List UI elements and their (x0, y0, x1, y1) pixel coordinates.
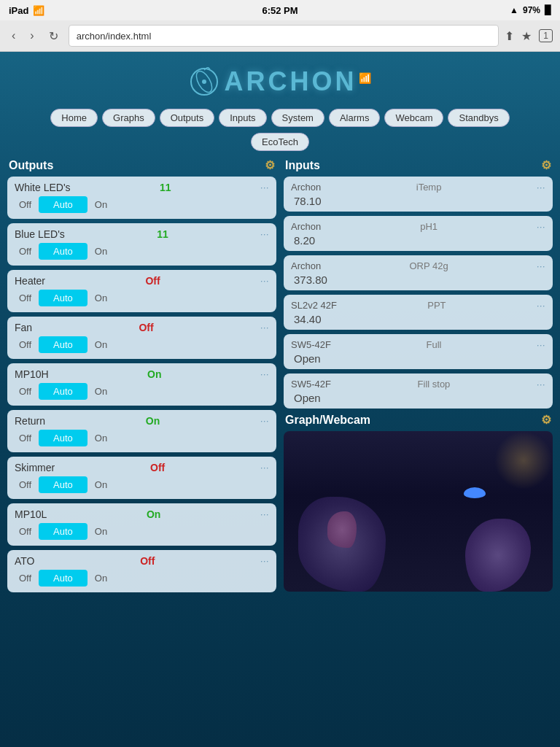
output-on-button[interactable]: On (90, 525, 112, 538)
svg-point-2 (202, 80, 206, 84)
nav-alarms[interactable]: Alarms (329, 109, 380, 127)
nav-inputs[interactable]: Inputs (219, 109, 266, 127)
input-value: 8.20 (291, 233, 545, 247)
output-on-button[interactable]: On (90, 291, 112, 305)
output-name: MP10H (15, 368, 49, 380)
input-source: Archon (291, 221, 321, 232)
output-on-button[interactable]: On (90, 571, 112, 585)
output-on-button[interactable]: On (90, 478, 112, 492)
output-off-button[interactable]: Off (15, 571, 36, 585)
slider-icon[interactable]: ⸱⸱⸱ (260, 274, 269, 287)
output-value: On (147, 508, 160, 520)
output-white-leds: White LED's 11 ⸱⸱⸱ Off Auto On (7, 177, 276, 219)
nav-graphs[interactable]: Graphs (102, 109, 155, 127)
input-full: SW5-42F Full ⸱⸱⸱ Open (284, 334, 553, 369)
output-on-button[interactable]: On (90, 338, 112, 352)
tab-count[interactable]: 1 (539, 29, 553, 42)
input-source: SL2v2 42F (291, 300, 337, 311)
nav-home[interactable]: Home (50, 109, 98, 127)
slider-icon[interactable]: ⸱⸱⸱ (260, 554, 269, 567)
slider-icon[interactable]: ⸱⸱⸱ (260, 368, 269, 380)
output-off-button[interactable]: Off (15, 244, 36, 258)
slider-icon[interactable]: ⸱⸱⸱ (537, 220, 545, 233)
webcam-background (284, 431, 553, 592)
address-bar[interactable] (69, 25, 499, 47)
browser-chrome: ‹ › ↻ ⬆ ★ 1 (0, 20, 560, 52)
slider-icon[interactable]: ⸱⸱⸱ (537, 260, 545, 272)
output-auto-button[interactable]: Auto (39, 196, 88, 213)
slider-icon[interactable]: ⸱⸱⸱ (260, 228, 269, 240)
output-auto-button[interactable]: Auto (39, 476, 88, 493)
browser-actions: ⬆ ★ 1 (505, 29, 553, 43)
output-fan: Fan Off ⸱⸱⸱ Off Auto On (7, 317, 276, 359)
logo-wifi-icon: 📶 (359, 72, 371, 84)
bookmark-icon[interactable]: ★ (521, 29, 532, 43)
status-bar-right: ▲ 97% ▉ (510, 5, 551, 15)
input-value: 78.10 (291, 193, 545, 207)
input-name: pH1 (420, 221, 438, 232)
input-name: iTemp (416, 182, 442, 193)
output-auto-button[interactable]: Auto (39, 523, 88, 540)
slider-icon[interactable]: ⸱⸱⸱ (260, 508, 269, 520)
output-auto-button[interactable]: Auto (39, 290, 88, 306)
input-name: Full (426, 339, 441, 350)
output-off-button[interactable]: Off (15, 198, 36, 212)
output-off-button[interactable]: Off (15, 384, 36, 398)
slider-icon[interactable]: ⸱⸱⸱ (537, 299, 545, 311)
nav-outputs[interactable]: Outputs (160, 109, 215, 127)
slider-icon[interactable]: ⸱⸱⸱ (537, 378, 545, 390)
outputs-title: Outputs ⚙ (7, 158, 276, 172)
logo-text: ARCHON (225, 66, 357, 97)
nav-webcam[interactable]: Webcam (384, 109, 443, 127)
refresh-button[interactable]: ↻ (44, 28, 63, 44)
slider-icon[interactable]: ⸱⸱⸱ (260, 414, 269, 427)
output-off-button[interactable]: Off (15, 431, 36, 445)
output-mp10h: MP10H On ⸱⸱⸱ Off Auto On (7, 363, 276, 406)
slider-icon[interactable]: ⸱⸱⸱ (260, 461, 269, 473)
slider-icon[interactable]: ⸱⸱⸱ (537, 338, 545, 351)
output-value: 11 (160, 182, 171, 193)
status-bar: iPad 📶 6:52 PM ▲ 97% ▉ (0, 0, 560, 20)
graph-gear-icon[interactable]: ⚙ (541, 413, 551, 427)
nav-system[interactable]: System (271, 109, 324, 127)
output-off-button[interactable]: Off (15, 478, 36, 492)
output-off-button[interactable]: Off (15, 525, 36, 538)
share-icon[interactable]: ⬆ (505, 29, 514, 43)
output-auto-button[interactable]: Auto (39, 430, 88, 446)
output-on-button[interactable]: On (90, 384, 112, 398)
output-auto-button[interactable]: Auto (39, 336, 88, 353)
page-content: ARCHON 📶 Home Graphs Outputs Inputs Syst… (0, 52, 560, 604)
output-off-button[interactable]: Off (15, 338, 36, 352)
nav-standbys[interactable]: Standbys (448, 109, 509, 127)
inputs-label: Inputs (285, 159, 320, 172)
aquarium-rock2 (465, 519, 531, 592)
output-on-button[interactable]: On (90, 431, 112, 445)
output-auto-button[interactable]: Auto (39, 243, 88, 260)
inputs-title-row: Inputs ⚙ (284, 158, 553, 172)
output-auto-button[interactable]: Auto (39, 383, 88, 400)
output-on-button[interactable]: On (90, 198, 112, 212)
slider-icon[interactable]: ⸱⸱⸱ (260, 321, 269, 333)
output-value: On (147, 368, 161, 380)
output-name: MP10L (15, 508, 47, 520)
input-itemp: Archon iTemp ⸱⸱⸱ 78.10 (284, 177, 553, 212)
output-value: Off (150, 462, 165, 473)
slider-icon[interactable]: ⸱⸱⸱ (537, 181, 545, 193)
nav-ecotech[interactable]: EcoTech (251, 133, 309, 151)
back-button[interactable]: ‹ (7, 28, 20, 44)
forward-button[interactable]: › (26, 28, 38, 44)
main-panels: Outputs ⚙ White LED's 11 ⸱⸱⸱ Off Auto On (7, 158, 553, 597)
outputs-gear-icon[interactable]: ⚙ (265, 158, 275, 172)
output-auto-button[interactable]: Auto (39, 570, 88, 587)
app-header: ARCHON 📶 (7, 59, 553, 103)
output-value: Off (145, 275, 160, 287)
output-off-button[interactable]: Off (15, 291, 36, 305)
nav-bar: Home Graphs Outputs Inputs System Alarms… (7, 103, 553, 130)
output-heater: Heater Off ⸱⸱⸱ Off Auto On (7, 270, 276, 312)
input-source: SW5-42F (291, 379, 331, 390)
inputs-gear-icon[interactable]: ⚙ (541, 158, 551, 172)
aquarium-fish (464, 487, 486, 498)
output-on-button[interactable]: On (90, 244, 112, 258)
slider-icon[interactable]: ⸱⸱⸱ (260, 181, 269, 193)
battery-percent: 97% (523, 5, 540, 15)
